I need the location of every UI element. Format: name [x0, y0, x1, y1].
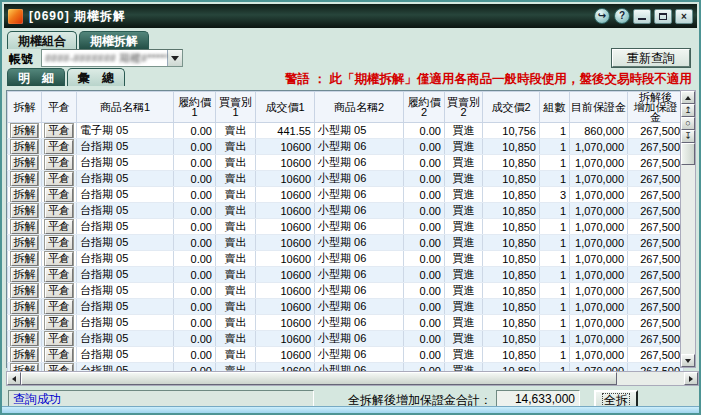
split-row-button[interactable]: 拆解: [11, 348, 38, 362]
scroll-left-button[interactable]: [7, 372, 21, 385]
help-icon[interactable]: ?: [614, 8, 630, 24]
header-row: 拆解平倉商品名稱1履約價1買賣別1成交價1商品名稱2履約價2買賣別2成交價2組數…: [8, 92, 684, 123]
tab-summary[interactable]: 彙 總: [67, 68, 125, 86]
close-position-button[interactable]: 平倉: [45, 124, 73, 138]
table-row: 拆解平倉台指期 050.00賣出10600小型期 060.00買進10,8501…: [8, 299, 684, 315]
horizontal-scroll-thumb[interactable]: [21, 372, 617, 385]
table-cell: 267,500: [628, 331, 684, 347]
vertical-scroll-thumb[interactable]: [681, 143, 695, 165]
split-row-button[interactable]: 拆解: [11, 124, 38, 138]
table-row: 拆解平倉電子期 050.00賣出441.55小型期 050.00買進10,756…: [8, 123, 684, 139]
table-cell: 平倉: [42, 283, 77, 299]
close-position-button[interactable]: 平倉: [45, 140, 73, 154]
table-cell: 267,500: [628, 347, 684, 363]
tab-detail[interactable]: 明 細: [7, 68, 65, 86]
close-position-button[interactable]: 平倉: [45, 332, 73, 346]
table-cell: 1: [540, 299, 570, 315]
close-position-button[interactable]: 平倉: [45, 220, 73, 234]
table-cell: 0.00: [404, 187, 445, 203]
table-cell: 0.00: [174, 139, 216, 155]
close-position-button[interactable]: 平倉: [45, 156, 73, 170]
undock-icon[interactable]: ↪: [594, 8, 610, 24]
table-cell: 台指期 05: [77, 251, 174, 267]
close-button[interactable]: ×: [675, 9, 693, 24]
table-cell: 台指期 05: [77, 139, 174, 155]
close-position-button[interactable]: 平倉: [45, 300, 73, 314]
split-row-button[interactable]: 拆解: [11, 236, 38, 250]
table-cell: 860,000: [570, 123, 628, 139]
split-row-button[interactable]: 拆解: [11, 252, 38, 266]
table-cell: 小型期 06: [315, 251, 404, 267]
scroll-right-button[interactable]: [684, 372, 698, 385]
split-row-button[interactable]: 拆解: [11, 284, 38, 298]
table-cell: 小型期 06: [315, 203, 404, 219]
close-position-button[interactable]: 平倉: [45, 284, 73, 298]
table-cell: 拆解: [8, 203, 42, 219]
table-cell: 台指期 05: [77, 235, 174, 251]
column-header: 商品名稱2: [315, 92, 404, 123]
close-position-button[interactable]: 平倉: [45, 172, 73, 186]
maximize-button[interactable]: [654, 9, 672, 24]
table-cell: 1,070,000: [570, 155, 628, 171]
split-row-button[interactable]: 拆解: [11, 156, 38, 170]
account-select[interactable]: ####-####### 期權#*****: [41, 49, 183, 67]
vertical-scrollbar[interactable]: ↥ ○ ↧: [680, 90, 696, 368]
split-row-button[interactable]: 拆解: [11, 204, 38, 218]
window-bottom-frame: [2, 406, 699, 413]
table-cell: 賣出: [216, 203, 256, 219]
table-cell: 0.00: [174, 347, 216, 363]
maximize-icon: [659, 13, 667, 20]
close-position-button[interactable]: 平倉: [45, 252, 73, 266]
table-cell: 買進: [445, 219, 483, 235]
close-position-button[interactable]: 平倉: [45, 268, 73, 282]
table-cell: 小型期 06: [315, 283, 404, 299]
table-cell: 10600: [256, 251, 315, 267]
column-header: 買賣別2: [445, 92, 483, 123]
close-position-button[interactable]: 平倉: [45, 204, 73, 218]
table-cell: 平倉: [42, 187, 77, 203]
split-row-button[interactable]: 拆解: [11, 172, 38, 186]
split-row-button[interactable]: 拆解: [11, 316, 38, 330]
scroll-mark-button[interactable]: ○: [681, 117, 695, 130]
options-table: 拆解平倉商品名稱1履約價1買賣別1成交價1商品名稱2履約價2買賣別2成交價2組數…: [7, 91, 684, 379]
scroll-top-button[interactable]: ↥: [681, 104, 695, 117]
close-position-button[interactable]: 平倉: [45, 348, 73, 362]
split-row-button[interactable]: 拆解: [11, 188, 38, 202]
table-cell: 0.00: [174, 251, 216, 267]
table-cell: 平倉: [42, 251, 77, 267]
account-dropdown-button[interactable]: [167, 50, 182, 66]
table-cell: 買進: [445, 187, 483, 203]
close-position-button[interactable]: 平倉: [45, 236, 73, 250]
column-header: 商品名稱1: [77, 92, 174, 123]
horizontal-scrollbar[interactable]: [6, 371, 699, 386]
scroll-down-button[interactable]: [681, 354, 695, 367]
table-cell: 1,070,000: [570, 347, 628, 363]
split-row-button[interactable]: 拆解: [11, 268, 38, 282]
split-row-button[interactable]: 拆解: [11, 332, 38, 346]
table-cell: 台指期 05: [77, 203, 174, 219]
scroll-end-button[interactable]: ↧: [681, 130, 695, 143]
table-row: 拆解平倉台指期 050.00賣出10600小型期 060.00買進10,8501…: [8, 251, 684, 267]
account-row: 帳號 ####-####### 期權#***** 重新查詢: [7, 49, 694, 67]
table-cell: 小型期 06: [315, 299, 404, 315]
tab-option-split[interactable]: 期權拆解: [79, 31, 149, 49]
minimize-button[interactable]: [633, 9, 651, 24]
close-position-button[interactable]: 平倉: [45, 188, 73, 202]
table-cell: 買進: [445, 315, 483, 331]
split-row-button[interactable]: 拆解: [11, 300, 38, 314]
requery-button[interactable]: 重新查詢: [612, 49, 690, 67]
close-position-button[interactable]: 平倉: [45, 316, 73, 330]
column-header: 履約價2: [404, 92, 445, 123]
table-cell: 賣出: [216, 171, 256, 187]
split-row-button[interactable]: 拆解: [11, 140, 38, 154]
table-cell: 小型期 06: [315, 187, 404, 203]
split-row-button[interactable]: 拆解: [11, 220, 38, 234]
table-cell: 0.00: [174, 235, 216, 251]
tab-option-combo[interactable]: 期權組合: [7, 31, 77, 49]
app-logo-icon: [8, 9, 23, 24]
table-cell: 平倉: [42, 155, 77, 171]
table-cell: 1: [540, 139, 570, 155]
table-cell: 平倉: [42, 315, 77, 331]
scroll-up-button[interactable]: [681, 91, 695, 104]
table-cell: 1,070,000: [570, 171, 628, 187]
